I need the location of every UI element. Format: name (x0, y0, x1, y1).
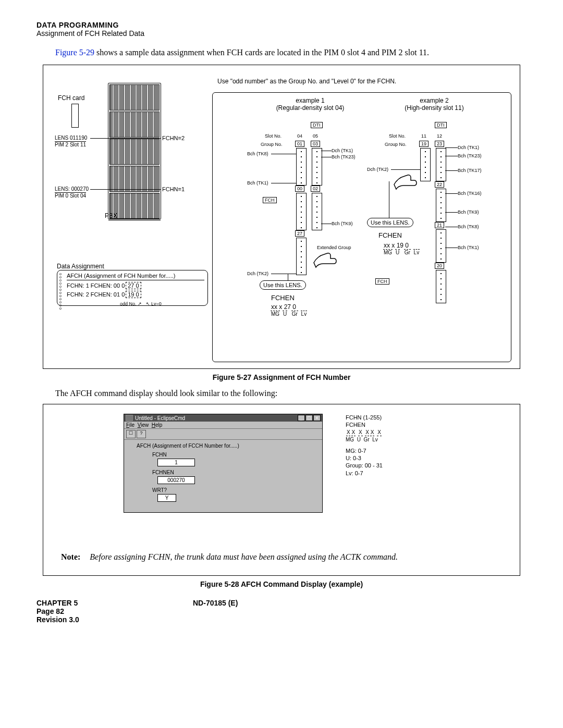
slot-11-a (420, 148, 431, 181)
bch-tk17-label: Bch (TK17) (458, 168, 482, 173)
example-2-sub: (High-density slot 11) (390, 104, 479, 112)
afch-box: oooooooooooo AFCH (Assignment of FCH Num… (57, 270, 208, 306)
bch-tk1-label-r: Bch (TK1) (458, 245, 479, 250)
toolbar-btn-1[interactable]: ☐ (126, 430, 136, 438)
fch-box-1: FCH (263, 197, 277, 203)
grp-19: 19 (419, 141, 429, 147)
fchn-1-label: FCHN=1 (162, 186, 185, 192)
figure-ref-link[interactable]: Figure 5-29 (55, 48, 94, 57)
u-l1: U (283, 311, 287, 317)
section-subtitle: Assignment of FCH Related Data (36, 29, 527, 38)
menu-view[interactable]: View (138, 422, 149, 428)
intro-text: shows a sample data assignment when FCH … (94, 48, 429, 57)
bch-tk8-label: Bch (TK8) (247, 151, 268, 156)
body-heading: AFCH (Assignment of FCCH Number for.....… (137, 443, 317, 449)
fchen-label-2: FCHEN (378, 231, 402, 239)
window-titlebar: Untitled - EclipseCmd _ □ × (124, 414, 322, 422)
gr-l1: Gr (291, 311, 298, 317)
lens-1-label: LENS 011190 (55, 135, 87, 141)
fch-box-2: FCH (375, 278, 389, 285)
figure-instruction: Use "odd number" as the Group No. and "L… (217, 78, 396, 85)
bch-tk9-label-1: Bch (TK9) (332, 221, 353, 226)
maximize-icon[interactable]: □ (305, 415, 313, 421)
u-l2: U (395, 249, 400, 255)
pointing-hand-icon-1 (310, 244, 341, 275)
slot-12-c (436, 229, 446, 263)
toolbar-btn-help[interactable]: ? (137, 430, 146, 438)
mid-paragraph: The AFCH command display should look sim… (55, 388, 508, 399)
mg-l2: MG (383, 249, 393, 255)
slot-12-a (436, 148, 446, 181)
window-title-text: Untitled - EclipseCmd (135, 415, 185, 421)
menu-file[interactable]: File (126, 422, 134, 428)
dch-tk2-label-2: Dch (TK2) (367, 167, 388, 172)
wrt-field-label: WRT? (152, 487, 317, 493)
footer-page: Page 82 (36, 607, 527, 615)
legend-lv: Lv (372, 437, 378, 442)
example-1-title: example 1 (266, 97, 354, 104)
figure-5-28-caption: Figure 5-28 AFCH Command Display (exampl… (36, 580, 527, 588)
slot-04-ext (296, 238, 307, 275)
fch-card-label: FCH card (58, 94, 84, 102)
window-menubar: File View Help (124, 422, 322, 429)
dti-box-1: DTI (311, 122, 323, 128)
slot-no-label-1: Slot No. (265, 133, 282, 139)
odd-no-label: odd No. (120, 301, 137, 306)
legend-xx-3: X X (365, 429, 374, 436)
fchnen-field-value[interactable]: 000270 (157, 476, 195, 484)
legend-u-range: U: 0-3 (346, 454, 383, 462)
examples-frame: example 1 (Regular-density slot 04) exam… (212, 92, 511, 362)
slot-05-num: 05 (313, 133, 318, 139)
grp-23: 23 (435, 141, 444, 147)
note-label: Note: (61, 552, 80, 561)
group-no-label-2: Group No. (385, 142, 407, 147)
example-2-title: example 2 (390, 97, 479, 104)
legend-group-range: Group: 00 - 31 (346, 462, 383, 469)
fchen-formula-1: xx x 27 0 (271, 303, 296, 311)
wrt-field-value[interactable]: Y (157, 494, 176, 502)
bch-tk8-label-2: Bch (TK8) (458, 224, 479, 229)
footer-chapter: CHAPTER 5 (36, 599, 193, 607)
data-assignment-title: Data Assignment (57, 263, 208, 270)
legend-fchn-range: FCHN (1-255) (346, 414, 383, 421)
eclipse-window: Untitled - EclipseCmd _ □ × File View He… (124, 414, 323, 513)
pim-2-label: PIM 2 Slot 11 (55, 141, 86, 147)
figure-5-27-frame: Use "odd number" as the Group No. and "L… (43, 65, 520, 369)
bch-tk1-label-l: Bch (TK1) (247, 180, 268, 186)
perforation-icon: oooooooooooo (59, 273, 64, 303)
grp-27: 27 (295, 230, 304, 237)
pbx-diagram: FCH card LENS 011190 PIM 2 Slot 11 FCHN=… (58, 83, 204, 250)
fchen-label-1: FCHEN (271, 294, 295, 302)
slot-04-num: 04 (297, 133, 302, 139)
pbx-label: PBX (105, 212, 117, 219)
slot-12-num: 12 (437, 133, 442, 139)
data-assignment-panel: Data Assignment oooooooooooo AFCH (Assig… (57, 263, 208, 306)
slot-04-mid (296, 193, 307, 230)
close-icon[interactable]: × (313, 415, 321, 421)
pim-0-label: PIM 0 Slot 04 (55, 192, 86, 199)
intro-paragraph: Figure 5-29 shows a sample data assignme… (55, 47, 508, 58)
grp-00: 00 (295, 186, 304, 192)
pointing-hand-icon-2 (390, 166, 421, 197)
pbx-tower-icon (108, 83, 161, 219)
slot-04-top (296, 148, 307, 186)
menu-help[interactable]: Help (152, 422, 163, 428)
grp-01: 01 (295, 141, 304, 147)
dch-tk2-label-1: Dch (TK2) (247, 271, 268, 276)
grp-22: 22 (435, 181, 444, 188)
fchn-field-value[interactable]: 1 (157, 459, 195, 466)
afch-row2-a: FCHN: 2 FCHEN: 01 0 (67, 291, 125, 298)
afch-row1-a: FCHN: 1 FCHEN: 00 0 (67, 282, 125, 289)
legend-mg: MG (346, 437, 354, 442)
bch-tk23-label-2: Bch (TK23) (458, 153, 482, 158)
window-body: AFCH (Assignment of FCCH Number for.....… (124, 440, 322, 512)
afch-row2-grp: 19 0 (126, 291, 141, 298)
legend-lv-range: Lv: 0-7 (346, 470, 383, 477)
note-row: Note: Before assigning FCHN, the trunk d… (61, 552, 507, 562)
legend-x-4: X (377, 429, 382, 436)
figure-5-27-caption: Figure 5-27 Assignment of FCH Number (36, 373, 527, 381)
section-title: Data Programming (36, 21, 527, 29)
lv-0-label: Lv=0 (151, 301, 162, 306)
bch-tk23-label-1: Bch (TK23) (332, 154, 356, 159)
minimize-icon[interactable]: _ (298, 415, 305, 421)
